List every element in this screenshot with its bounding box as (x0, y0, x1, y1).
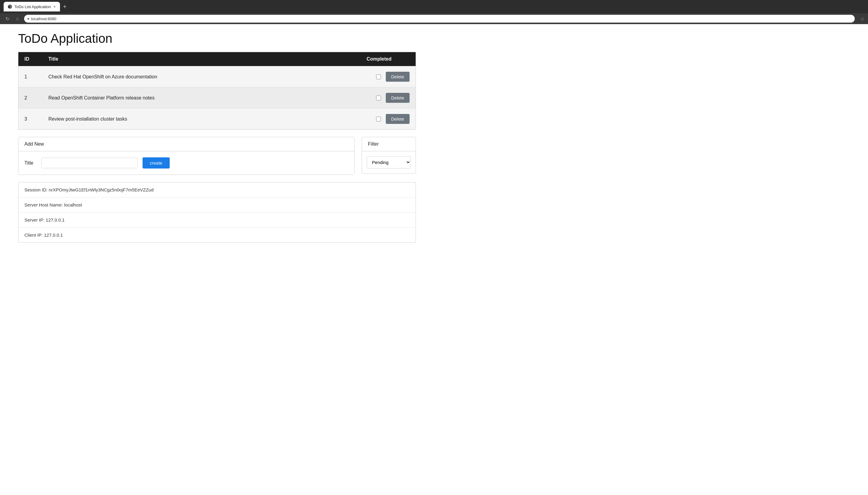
table-row: 1Check Red Hat OpenShift on Azure docume… (18, 66, 416, 87)
row-title: Read OpenShift Container Platform releas… (42, 87, 299, 108)
completed-checkbox[interactable] (376, 96, 381, 100)
add-new-header: Add New (18, 137, 354, 151)
tab-title: ToDo List Application (15, 4, 51, 9)
delete-button[interactable]: Delete (386, 114, 410, 124)
address-bar-row: ↻ ⌂ ● localhost:8080 ☆ (0, 13, 868, 24)
home-button[interactable]: ⌂ (14, 16, 21, 21)
new-tab-button[interactable]: + (61, 3, 68, 10)
delete-button[interactable]: Delete (386, 93, 410, 103)
row-action: Delete (299, 87, 416, 108)
page-title: ToDo Application (18, 31, 416, 46)
delete-button[interactable]: Delete (386, 72, 410, 82)
tab-favicon: ● (8, 4, 12, 9)
table-header-row: ID Title Completed (18, 52, 416, 66)
server-host-row: Server Host Name: localhost (18, 198, 416, 212)
bottom-section: Add New Title create Filter AllPendingCo… (18, 137, 416, 175)
completed-checkbox[interactable] (376, 74, 381, 79)
completed-checkbox[interactable] (376, 117, 381, 121)
back-button[interactable]: ↻ (4, 16, 11, 22)
lock-icon: ● (27, 17, 29, 21)
add-new-body: Title create (18, 151, 354, 174)
title-label: Title (24, 160, 36, 166)
tab-bar: ● ToDo List Application × + (4, 2, 68, 12)
row-action: Delete (299, 108, 416, 129)
filter-header: Filter (362, 137, 416, 151)
row-title: Check Red Hat OpenShift on Azure documen… (42, 66, 299, 87)
add-new-panel: Add New Title create (18, 137, 354, 175)
row-id: 1 (18, 66, 42, 87)
table-row: 2Read OpenShift Container Platform relea… (18, 87, 416, 108)
header-title: Title (42, 52, 299, 66)
row-id: 3 (18, 108, 42, 130)
table-row: 3Review post-installation cluster tasksD… (18, 108, 416, 130)
bookmark-icon[interactable]: ☆ (860, 16, 864, 22)
filter-body: AllPendingCompleted (362, 151, 416, 173)
address-bar[interactable]: ● localhost:8080 (24, 15, 855, 23)
header-id: ID (18, 52, 42, 66)
client-ip-row: Client IP: 127.0.0.1 (18, 227, 416, 242)
session-id-row: Session ID: nrXPOmyJtwG1Ef1nWly3NCgz5n0o… (18, 182, 416, 198)
row-id: 2 (18, 87, 42, 108)
filter-select[interactable]: AllPendingCompleted (367, 156, 411, 169)
info-panel: Session ID: nrXPOmyJtwG1Ef1nWly3NCgz5n0o… (18, 182, 416, 243)
title-input[interactable] (41, 158, 138, 168)
page-content: ToDo Application ID Title Completed 1Che… (0, 24, 434, 250)
url-text: localhost:8080 (31, 17, 56, 21)
header-completed: Completed (299, 52, 416, 66)
server-ip-row: Server IP: 127.0.0.1 (18, 212, 416, 227)
active-tab[interactable]: ● ToDo List Application × (4, 2, 60, 12)
create-button[interactable]: create (142, 157, 170, 169)
tab-close-button[interactable]: × (53, 4, 56, 9)
filter-panel: Filter AllPendingCompleted (362, 137, 416, 174)
row-title: Review post-installation cluster tasks (42, 108, 299, 130)
row-action: Delete (299, 66, 416, 87)
todo-table: ID Title Completed 1Check Red Hat OpenSh… (18, 52, 416, 130)
browser-chrome: ● ToDo List Application × + (0, 0, 868, 13)
